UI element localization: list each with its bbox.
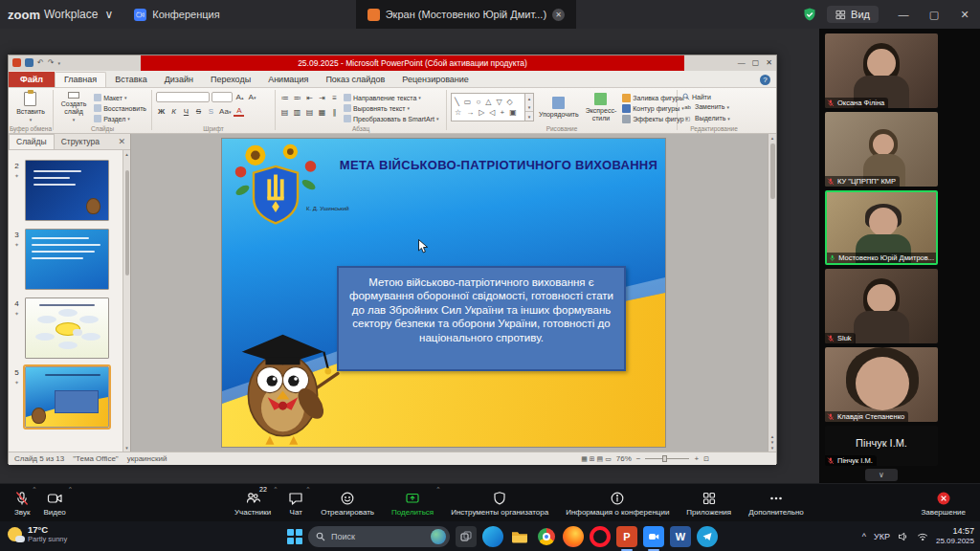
participant-video-tile-active-speaker[interactable]: Мостовенко Юрій Дмитров...	[825, 190, 938, 265]
participant-video-tile[interactable]: Клавдія Степаненко	[825, 347, 938, 422]
font-color-button[interactable]: А	[234, 107, 244, 117]
find-button[interactable]: Найти	[681, 93, 731, 100]
participant-video-tile[interactable]: КУ "ЦПРПП" КМР	[825, 112, 938, 187]
language-indicator[interactable]: украинский	[127, 454, 167, 463]
font-name-combo[interactable]	[156, 92, 210, 102]
participant-video-tile[interactable]: Оксана Філіна	[825, 33, 938, 108]
undo-icon[interactable]: ↶	[37, 58, 44, 67]
brand-chevron-icon[interactable]: ∨	[104, 8, 113, 21]
section-button[interactable]: Раздел▾	[93, 114, 147, 123]
ppt-maximize-button[interactable]: ▢	[752, 58, 760, 67]
text-shadow-button[interactable]: S	[206, 106, 216, 117]
clock[interactable]: 14:57 25.09.2025	[936, 526, 974, 545]
ppt-close-button[interactable]: ✕	[766, 58, 772, 67]
decrease-font-icon[interactable]: А▾	[247, 92, 257, 102]
view-button[interactable]: Вид	[827, 6, 879, 23]
tab-animations[interactable]: Анимация	[259, 73, 317, 87]
zoom-in-icon[interactable]: +	[694, 454, 699, 463]
tab-insert[interactable]: Вставка	[106, 73, 155, 87]
zoom-slider[interactable]	[645, 458, 689, 459]
chrome-icon[interactable]	[536, 526, 557, 547]
chat-button[interactable]: ^ Чат	[281, 484, 310, 522]
maximize-window-button[interactable]: ▢	[919, 0, 949, 29]
close-screen-tab-icon[interactable]: ✕	[552, 9, 565, 21]
replace-button[interactable]: abЗаменить▾	[681, 101, 731, 112]
font-size-combo[interactable]	[212, 92, 233, 102]
language-indicator[interactable]: УКР	[874, 532, 890, 541]
fit-to-window-icon[interactable]: ⊡	[703, 455, 709, 463]
audio-options-chevron[interactable]: ^	[33, 486, 36, 492]
powerpoint-taskbar-icon[interactable]: P	[616, 526, 637, 547]
zoom-taskbar-icon[interactable]	[643, 526, 664, 547]
slide-thumbnail-3[interactable]	[25, 229, 109, 290]
increase-indent-icon[interactable]: ⇥	[317, 93, 327, 103]
strikethrough-button[interactable]: S	[193, 106, 204, 117]
arrange-button[interactable]: Упорядочить	[537, 91, 581, 123]
end-meeting-button[interactable]: Завершение	[914, 484, 972, 522]
ppt-minimize-button[interactable]: —	[738, 58, 746, 67]
shapes-scroll[interactable]: ▴▾▾	[525, 93, 534, 121]
zoom-brand[interactable]: zoom Workplace ∨	[0, 8, 122, 22]
case-button[interactable]: Аа▾	[218, 106, 232, 117]
chat-options-chevron[interactable]: ^	[306, 486, 309, 492]
shapes-gallery[interactable]: ╲▭○△▽◇ ☆→▷◁+▣	[451, 93, 525, 121]
tab-transitions[interactable]: Переходы	[202, 73, 259, 87]
increase-font-icon[interactable]: А▴	[234, 92, 245, 102]
zoom-out-icon[interactable]: −	[636, 454, 641, 463]
volume-icon[interactable]	[898, 531, 909, 542]
editor-scrollbar[interactable]: ▴ ▴▾▾	[768, 134, 776, 452]
firefox-icon[interactable]	[563, 526, 584, 547]
apps-button[interactable]: Приложения	[679, 484, 738, 522]
file-explorer-icon[interactable]	[509, 526, 530, 547]
participants-options-chevron[interactable]: ^	[274, 486, 277, 492]
close-window-button[interactable]: ✕	[949, 0, 980, 29]
tab-home[interactable]: Главная	[55, 72, 106, 87]
participants-button[interactable]: ^ 22 Участники	[228, 484, 278, 522]
share-screen-button[interactable]: ^ Поделиться	[385, 484, 440, 522]
search-input[interactable]	[331, 532, 425, 541]
reset-button[interactable]: Восстановить	[93, 103, 147, 113]
panel-close-icon[interactable]: ✕	[118, 137, 130, 149]
align-right-icon[interactable]: ▤	[304, 107, 315, 118]
slide-title[interactable]: МЕТА ВІЙСЬКОВО-ПАТРІОТИЧНОГО ВИХОВАННЯ	[335, 158, 662, 172]
security-shield-icon[interactable]	[802, 7, 817, 22]
wifi-icon[interactable]	[917, 531, 928, 542]
opera-icon[interactable]	[590, 526, 611, 547]
line-spacing-icon[interactable]: ≡	[329, 93, 340, 103]
underline-button[interactable]: Ч	[181, 106, 191, 117]
qat-dropdown-icon[interactable]: ▾	[57, 60, 60, 66]
slide-body-textbox[interactable]: Метою військово-патріотичного виховання …	[337, 266, 626, 371]
reactions-button[interactable]: Отреагировать	[314, 484, 381, 522]
justify-icon[interactable]: ▦	[317, 107, 327, 118]
taskbar-search[interactable]	[308, 526, 450, 547]
text-direction-button[interactable]: Направление текста▾	[343, 93, 439, 102]
current-slide[interactable]: МЕТА ВІЙСЬКОВО-ПАТРІОТИЧНОГО ВИХОВАННЯ К…	[221, 138, 666, 448]
panel-tab-slides[interactable]: Слайды	[9, 134, 55, 149]
slide-thumbnail-2[interactable]	[25, 160, 109, 221]
italic-button[interactable]: К	[168, 106, 179, 117]
audio-button[interactable]: ^ Звук	[8, 484, 36, 522]
minimize-window-button[interactable]: —	[888, 0, 919, 29]
numbering-icon[interactable]: ≕	[292, 93, 302, 103]
task-view-icon[interactable]	[456, 526, 477, 547]
slide-thumbnail-5-selected[interactable]	[25, 366, 109, 428]
panel-scrollbar[interactable]: ▴▾	[122, 150, 130, 452]
share-options-chevron[interactable]: ^	[436, 486, 439, 492]
video-button[interactable]: ^ Видео	[36, 484, 72, 522]
decrease-indent-icon[interactable]: ⇤	[304, 93, 315, 103]
smartart-button[interactable]: Преобразовать в SmartArt▾	[343, 114, 439, 123]
layout-button[interactable]: Макет▾	[93, 93, 147, 102]
paste-button[interactable]: Вставить ▾	[14, 91, 47, 123]
bullets-icon[interactable]: ≔	[279, 93, 290, 103]
tab-shared-screen[interactable]: Экран (Мостовенко Юрій Дмит...) ✕	[356, 0, 576, 29]
meeting-info-button[interactable]: Информация о конференции	[559, 484, 676, 522]
start-button[interactable]	[287, 529, 302, 544]
tab-design[interactable]: Дизайн	[156, 73, 202, 87]
tab-review[interactable]: Рецензирование	[393, 73, 478, 87]
save-icon[interactable]	[25, 58, 33, 67]
quick-styles-button[interactable]: Экспресс-стили	[584, 91, 619, 123]
tab-slideshow[interactable]: Показ слайдов	[317, 73, 393, 87]
hidden-icons-chevron[interactable]: ^	[862, 532, 866, 541]
edge-icon[interactable]	[482, 526, 503, 547]
align-center-icon[interactable]: ▥	[292, 107, 302, 118]
